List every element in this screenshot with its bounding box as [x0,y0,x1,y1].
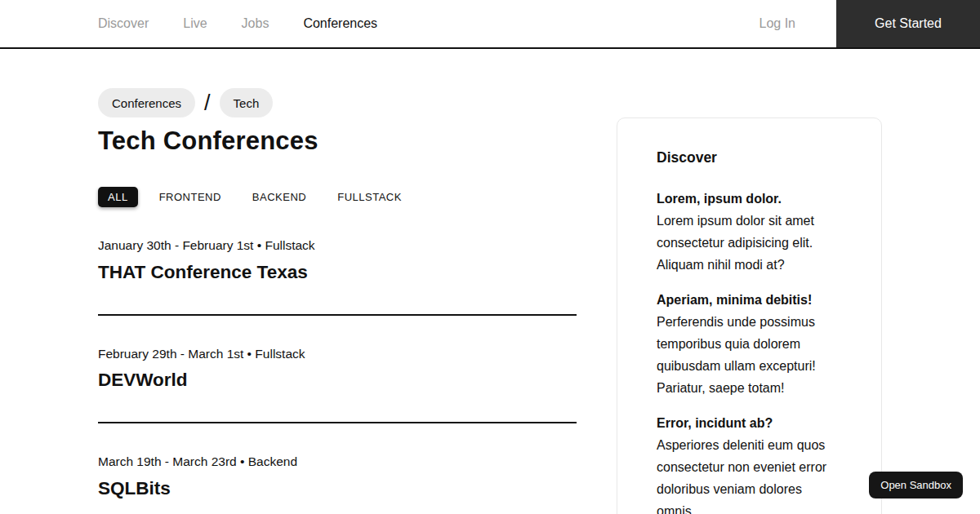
conference-name: DEVWorld [98,369,577,391]
open-sandbox-button[interactable]: Open Sandbox [869,472,963,498]
breadcrumb-separator: / [204,91,211,116]
conference-item-sqlbits[interactable]: March 19th - March 23rd • Backend SQLBit… [98,423,577,514]
nav-item-conferences[interactable]: Conferences [303,16,377,31]
primary-nav: Discover Live Jobs Conferences [98,0,377,47]
filter-fullstack[interactable]: FULLSTACK [327,187,412,207]
conference-meta: March 19th - March 23rd • Backend [98,454,577,470]
filter-all[interactable]: ALL [98,187,138,207]
filter-frontend[interactable]: FRONTEND [149,187,231,207]
discover-section-body: Perferendis unde possimus temporibus qui… [657,315,816,395]
conference-meta: February 29th - March 1st • Fullstack [98,347,577,362]
discover-section: Lorem, ipsum dolor. Lorem ipsum dolor si… [657,188,842,276]
top-nav: Discover Live Jobs Conferences Log In Ge… [0,0,980,49]
conference-name: THAT Conference Texas [98,261,577,283]
discover-section-heading: Lorem, ipsum dolor. [657,188,842,210]
page-title: Tech Conferences [98,128,577,153]
main-content: Conferences / Tech Tech Conferences ALL … [0,49,980,514]
get-started-button[interactable]: Get Started [836,0,980,47]
conference-list: January 30th - February 1st • Fullstack … [98,207,577,514]
conference-item-that-conference-texas[interactable]: January 30th - February 1st • Fullstack … [98,207,577,316]
breadcrumb-tech[interactable]: Tech [220,88,274,117]
conference-meta: January 30th - February 1st • Fullstack [98,238,577,254]
filter-backend[interactable]: BACKEND [243,187,316,207]
discover-card: Discover Lorem, ipsum dolor. Lorem ipsum… [617,117,882,514]
nav-item-discover[interactable]: Discover [98,16,149,31]
conference-item-devworld[interactable]: February 29th - March 1st • Fullstack DE… [98,316,577,424]
conference-name: SQLBits [98,477,577,499]
discover-section-heading: Aperiam, minima debitis! [657,289,842,311]
nav-item-jobs[interactable]: Jobs [242,16,270,31]
discover-section-body: Asperiores deleniti eum quos consectetur… [657,438,826,514]
breadcrumb-conferences[interactable]: Conferences [98,88,195,117]
discover-section: Aperiam, minima debitis! Perferendis und… [657,289,842,399]
filter-tabs: ALL FRONTEND BACKEND FULLSTACK [98,187,577,207]
discover-section: Error, incidunt ab? Asperiores deleniti … [657,412,842,514]
nav-item-live[interactable]: Live [183,16,207,31]
discover-section-heading: Error, incidunt ab? [657,412,842,434]
breadcrumb: Conferences / Tech [98,88,577,117]
conference-column: Conferences / Tech Tech Conferences ALL … [98,49,577,514]
discover-section-body: Lorem ipsum dolor sit amet consectetur a… [657,214,814,272]
log-in-link[interactable]: Log In [760,16,795,31]
discover-card-title: Discover [657,149,842,166]
